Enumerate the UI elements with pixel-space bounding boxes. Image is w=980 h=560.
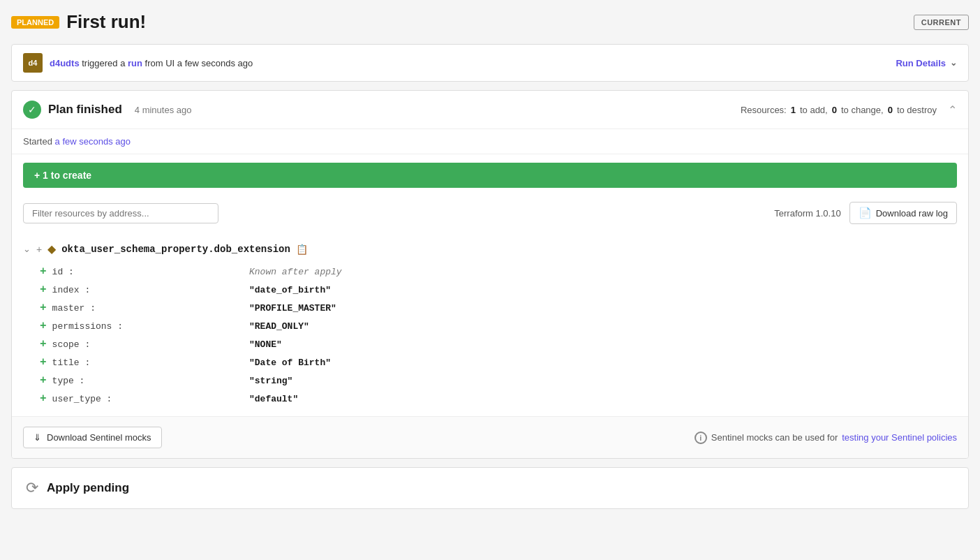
attr-left-6: +type : (40, 374, 249, 387)
download-sentinel-button[interactable]: ⇓ Download Sentinel mocks (23, 427, 162, 448)
trigger-source: from UI (145, 58, 177, 68)
chevron-expand-icon[interactable]: ⌄ (23, 244, 31, 254)
attr-key-2: master : (52, 303, 96, 314)
attr-key-4: scope : (52, 339, 91, 350)
attr-row-7: +user_type :"default" (23, 390, 957, 408)
resources-prefix: Resources: (741, 105, 787, 115)
attr-key-5: title : (52, 358, 91, 368)
attribute-rows: +id :Known after apply+index :"date_of_b… (23, 263, 957, 408)
attr-value-4: "NONE" (249, 339, 957, 350)
attr-left-3: +permissions : (40, 320, 249, 332)
attr-key-3: permissions : (52, 321, 123, 332)
attr-value-2: "PROFILE_MASTER" (249, 303, 957, 314)
attr-row-0: +id :Known after apply (23, 263, 957, 281)
attr-row-5: +title :"Date of Birth" (23, 353, 957, 371)
attr-value-6: "string" (249, 376, 957, 386)
attr-key-6: type : (52, 376, 85, 386)
resource-name: okta_user_schema_property.dob_extension (61, 244, 290, 255)
attr-plus-icon-0: + (40, 265, 47, 278)
started-label: Started (23, 136, 52, 147)
attr-key-1: index : (52, 285, 91, 295)
download-sentinel-label: Download Sentinel mocks (47, 432, 151, 443)
attr-plus-icon-1: + (40, 283, 47, 296)
page-header: Planned First run! CURRENT (11, 11, 969, 33)
chevron-down-icon: ⌄ (950, 58, 957, 68)
attr-value-5: "Date of Birth" (249, 358, 957, 368)
attr-plus-icon-4: + (40, 338, 47, 351)
sentinel-info: i Sentinel mocks can be used for testing… (695, 432, 957, 444)
attr-key-0: id : (52, 267, 74, 277)
document-icon: 📄 (859, 207, 872, 219)
add-label: to add, (800, 105, 828, 115)
attr-row-1: +index :"date_of_birth" (23, 281, 957, 299)
trigger-left: d4 d4udts triggered a run from UI a few … (23, 53, 253, 73)
resource-block: ⌄ + ◆ okta_user_schema_property.dob_exte… (12, 235, 968, 416)
attr-row-3: +permissions :"READ_ONLY" (23, 317, 957, 335)
attr-left-7: +user_type : (40, 392, 249, 405)
terraform-version: Terraform 1.0.10 (774, 208, 840, 219)
destroy-count: 0 (888, 105, 893, 115)
plan-title: Plan finished (48, 103, 122, 117)
resource-header: ⌄ + ◆ okta_user_schema_property.dob_exte… (23, 235, 957, 263)
trigger-action: triggered a (82, 58, 128, 68)
download-icon: ⇓ (34, 432, 41, 443)
plan-resources: Resources: 1 to add, 0 to change, 0 to d… (741, 103, 957, 117)
attr-value-3: "READ_ONLY" (249, 321, 957, 332)
expand-plus-icon[interactable]: + (36, 244, 42, 255)
planned-badge: Planned (11, 16, 59, 29)
attr-plus-icon-6: + (40, 374, 47, 387)
attr-left-5: +title : (40, 356, 249, 369)
attr-row-2: +master :"PROFILE_MASTER" (23, 299, 957, 317)
avatar: d4 (23, 53, 43, 73)
plan-time: 4 minutes ago (135, 105, 192, 115)
attr-left-0: +id : (40, 265, 249, 278)
username-link[interactable]: d4udts (50, 58, 80, 68)
attr-plus-icon-5: + (40, 356, 47, 369)
info-icon: i (695, 432, 707, 444)
sentinel-policies-link[interactable]: testing your Sentinel policies (842, 432, 957, 443)
check-circle-icon: ✓ (23, 101, 41, 119)
filter-row: Terraform 1.0.10 📄 Download raw log (12, 196, 968, 230)
sentinel-info-text: Sentinel mocks can be used for (711, 432, 838, 443)
current-badge: CURRENT (914, 15, 969, 30)
attr-row-4: +scope :"NONE" (23, 335, 957, 353)
plan-section: ✓ Plan finished 4 minutes ago Resources:… (11, 90, 969, 459)
page-header-left: Planned First run! (11, 11, 146, 33)
attr-plus-icon-2: + (40, 302, 47, 314)
trigger-row: d4 d4udts triggered a run from UI a few … (11, 44, 969, 82)
change-label: to change, (841, 105, 884, 115)
plan-header-left: ✓ Plan finished 4 minutes ago (23, 101, 191, 119)
collapse-icon[interactable]: ⌃ (948, 103, 957, 117)
attr-row-6: +type :"string" (23, 371, 957, 390)
page-title: First run! (66, 11, 146, 33)
run-link[interactable]: run (128, 58, 142, 68)
filter-right: Terraform 1.0.10 📄 Download raw log (774, 202, 957, 224)
attr-value-0: Known after apply (249, 267, 957, 277)
add-count: 1 (791, 105, 796, 115)
download-footer: ⇓ Download Sentinel mocks i Sentinel moc… (12, 416, 968, 458)
run-details-button[interactable]: Run Details ⌄ (896, 58, 957, 68)
apply-title: Apply pending (47, 481, 129, 495)
run-details-label: Run Details (896, 58, 946, 68)
create-bar-label: + 1 to create (34, 170, 91, 181)
download-raw-button[interactable]: 📄 Download raw log (849, 202, 957, 224)
trigger-time: a few seconds ago (177, 58, 253, 68)
attr-plus-icon-3: + (40, 320, 47, 332)
attr-plus-icon-7: + (40, 392, 47, 405)
clock-icon: ⟳ (26, 479, 38, 497)
attr-left-2: +master : (40, 302, 249, 314)
resource-type-icon: ◆ (47, 242, 56, 256)
trigger-text: d4udts triggered a run from UI a few sec… (50, 58, 253, 68)
download-raw-label: Download raw log (876, 208, 948, 219)
filter-input[interactable] (23, 203, 218, 223)
attr-key-7: user_type : (52, 394, 112, 404)
destroy-label: to destroy (897, 105, 937, 115)
attr-left-1: +index : (40, 283, 249, 296)
change-count: 0 (832, 105, 837, 115)
create-bar[interactable]: + 1 to create (23, 163, 957, 188)
attr-left-4: +scope : (40, 338, 249, 351)
attr-value-1: "date_of_birth" (249, 285, 957, 295)
started-row: Started a few seconds ago (12, 129, 968, 154)
started-time-link[interactable]: a few seconds ago (55, 136, 131, 147)
copy-icon[interactable]: 📋 (296, 244, 308, 255)
